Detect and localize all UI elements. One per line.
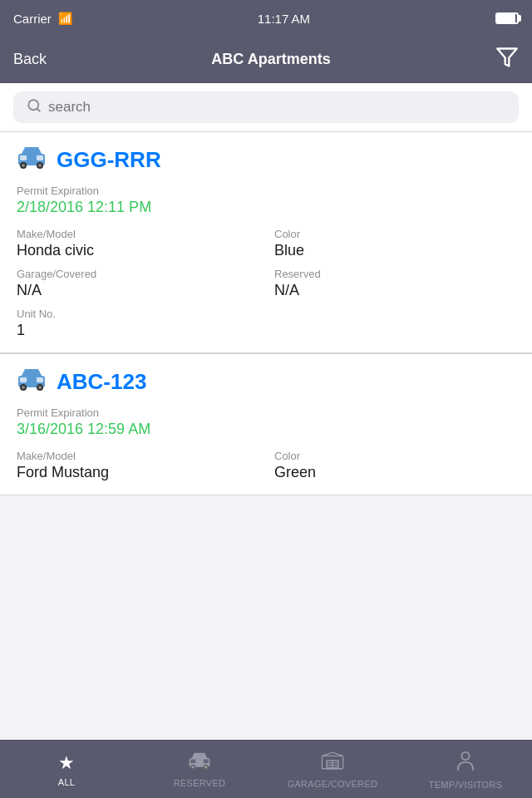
time-label: 11:17 AM	[258, 12, 310, 26]
svg-point-7	[22, 164, 25, 167]
filter-button[interactable]	[495, 46, 519, 74]
svg-marker-0	[497, 48, 516, 66]
reserved-value: N/A	[274, 282, 515, 299]
permit-expiration-label: Permit Expiration	[17, 185, 515, 197]
tab-garage[interactable]: GARAGE/COVERED	[266, 744, 399, 796]
vehicle-card[interactable]: ABC-123 Permit Expiration 3/16/2016 12:5…	[0, 354, 532, 495]
make-model-value: Honda civic	[17, 242, 258, 259]
svg-point-16	[38, 386, 42, 389]
status-bar: Carrier 📶 11:17 AM	[0, 0, 532, 37]
tab-bar: ★ ALL RESERVED	[0, 740, 532, 798]
color-block: Color Green	[274, 450, 515, 481]
permit-expiration-value: 3/16/2016 12:59 AM	[17, 421, 515, 438]
make-model-block: Make/Model Honda civic	[17, 228, 258, 259]
search-input[interactable]	[48, 99, 505, 116]
search-icon	[27, 98, 42, 116]
svg-rect-12	[37, 377, 43, 382]
svg-point-23	[204, 766, 207, 768]
vehicle-card[interactable]: GGG-RRR Permit Expiration 2/18/2016 12:1…	[0, 132, 532, 353]
tab-temp-visitors[interactable]: TEMP/VISITORS	[399, 743, 532, 796]
tab-all[interactable]: ★ ALL	[0, 746, 133, 794]
plate-number: GGG-RRR	[57, 147, 161, 173]
tab-garage-label: GARAGE/COVERED	[288, 779, 378, 789]
back-button[interactable]: Back	[13, 51, 47, 68]
svg-rect-4	[20, 155, 27, 160]
reserved-label: Reserved	[274, 268, 515, 280]
tab-reserved-label: RESERVED	[174, 778, 226, 788]
svg-rect-11	[20, 377, 27, 382]
vehicle-info-grid: Permit Expiration 2/18/2016 12:11 PM Mak…	[17, 185, 515, 339]
color-block: Color Blue	[274, 228, 515, 259]
color-value: Blue	[274, 242, 515, 259]
unit-no-value: 1	[17, 322, 515, 339]
make-model-value: Ford Mustang	[17, 464, 258, 481]
person-tab-icon	[456, 750, 475, 776]
svg-point-30	[461, 751, 469, 759]
svg-rect-19	[204, 759, 209, 763]
permit-expiration-block: Permit Expiration 3/16/2016 12:59 AM	[17, 406, 515, 438]
make-model-label: Make/Model	[17, 450, 258, 462]
battery-icon	[495, 12, 519, 24]
svg-point-14	[22, 386, 25, 389]
permit-expiration-value: 2/18/2016 12:11 PM	[17, 199, 515, 216]
svg-rect-5	[37, 155, 43, 160]
car-icon	[17, 145, 47, 175]
vehicle-header: ABC-123	[17, 367, 515, 397]
reserved-block: Reserved N/A	[274, 268, 515, 299]
car-icon	[17, 367, 47, 397]
svg-point-9	[38, 164, 42, 167]
vehicle-info-grid: Permit Expiration 3/16/2016 12:59 AM Mak…	[17, 406, 515, 481]
permit-expiration-block: Permit Expiration 2/18/2016 12:11 PM	[17, 185, 515, 216]
star-icon: ★	[58, 752, 75, 774]
page-title: ABC Apartments	[47, 51, 495, 68]
garage-label: Garage/Covered	[17, 268, 258, 280]
nav-bar: Back ABC Apartments	[0, 37, 532, 83]
carrier-label: Carrier	[13, 12, 52, 26]
make-model-label: Make/Model	[17, 228, 258, 240]
garage-value: N/A	[17, 282, 258, 299]
vehicle-list: GGG-RRR Permit Expiration 2/18/2016 12:1…	[0, 132, 532, 742]
garage-block: Garage/Covered N/A	[17, 268, 258, 299]
plate-number: ABC-123	[57, 369, 146, 395]
color-label: Color	[274, 228, 515, 240]
unit-no-label: Unit No.	[17, 308, 515, 320]
car-tab-icon	[188, 751, 211, 775]
make-model-block: Make/Model Ford Mustang	[17, 450, 258, 481]
unit-no-block: Unit No. 1	[17, 308, 515, 339]
search-bar	[13, 91, 519, 123]
search-bar-container	[0, 83, 532, 132]
tab-reserved[interactable]: RESERVED	[133, 745, 266, 795]
svg-line-2	[37, 108, 39, 111]
svg-rect-18	[190, 759, 195, 763]
status-bar-left: Carrier 📶	[13, 12, 72, 26]
tab-visitors-label: TEMP/VISITORS	[429, 780, 503, 790]
tab-all-label: ALL	[58, 777, 75, 787]
vehicle-header: GGG-RRR	[17, 145, 515, 175]
color-value: Green	[274, 464, 515, 481]
wifi-icon: 📶	[58, 12, 72, 25]
garage-tab-icon	[321, 751, 344, 776]
svg-point-21	[192, 766, 195, 768]
color-label: Color	[274, 450, 515, 462]
permit-expiration-label: Permit Expiration	[17, 406, 515, 419]
